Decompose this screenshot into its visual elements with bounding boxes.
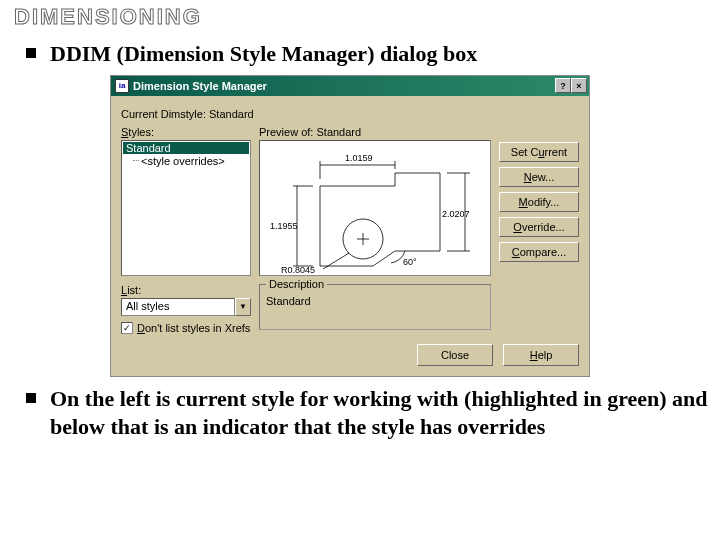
dimension-style-manager-dialog: ia Dimension Style Manager ? × Current D…	[110, 75, 590, 377]
list-combo[interactable]: All styles ▼	[121, 298, 251, 316]
bullet-2: On the left is current style for working…	[26, 385, 710, 442]
dim-top: 1.0159	[345, 153, 373, 163]
bullet-1: DDIM (Dimension Style Manager) dialog bo…	[26, 40, 710, 69]
styles-listbox[interactable]: Standard <style overrides>	[121, 140, 251, 276]
close-button[interactable]: Close	[417, 344, 493, 366]
help-button[interactable]: Help	[503, 344, 579, 366]
dim-left: 1.1955	[270, 221, 298, 231]
close-icon[interactable]: ×	[571, 78, 587, 93]
dim-angle: 60°	[403, 257, 417, 267]
bullet-1-text: DDIM (Dimension Style Manager) dialog bo…	[50, 40, 477, 69]
app-icon: ia	[115, 79, 129, 93]
bullet-icon	[26, 393, 36, 403]
bullet-icon	[26, 48, 36, 58]
style-item-standard[interactable]: Standard	[123, 142, 249, 154]
list-label: List:	[121, 284, 251, 296]
preview-label: Preview of: Standard	[259, 126, 491, 138]
current-value: Standard	[209, 108, 254, 120]
dim-radius: R0.8045	[281, 265, 315, 275]
styles-label: Styles:	[121, 126, 251, 138]
description-label: Description	[266, 278, 327, 290]
new-button[interactable]: New...	[499, 167, 579, 187]
description-value: Standard	[266, 295, 484, 307]
chevron-down-icon[interactable]: ▼	[235, 298, 251, 316]
titlebar: ia Dimension Style Manager ? ×	[111, 76, 589, 96]
modify-button[interactable]: Modify...	[499, 192, 579, 212]
style-item-overrides[interactable]: <style overrides>	[123, 154, 249, 167]
slide-title: DIMENSIONING	[14, 4, 710, 30]
override-button[interactable]: Override...	[499, 217, 579, 237]
set-current-button[interactable]: Set Current	[499, 142, 579, 162]
description-box: Description Standard	[259, 284, 491, 330]
current-dimstyle-label: Current Dimstyle: Standard	[121, 108, 579, 120]
current-label: Current Dimstyle:	[121, 108, 206, 120]
list-combo-value: All styles	[121, 298, 235, 316]
svg-line-12	[323, 253, 349, 269]
xref-label: Don't list styles in Xrefs	[137, 322, 250, 334]
help-icon[interactable]: ?	[555, 78, 571, 93]
dim-right: 2.0207	[442, 209, 470, 219]
compare-button[interactable]: Compare...	[499, 242, 579, 262]
preview-box: 1.0159 1.1955 2.0207 60° R0.8045	[259, 140, 491, 276]
titlebar-text: Dimension Style Manager	[133, 80, 555, 92]
xref-checkbox[interactable]: ✓	[121, 322, 133, 334]
bullet-2-text: On the left is current style for working…	[50, 385, 710, 442]
